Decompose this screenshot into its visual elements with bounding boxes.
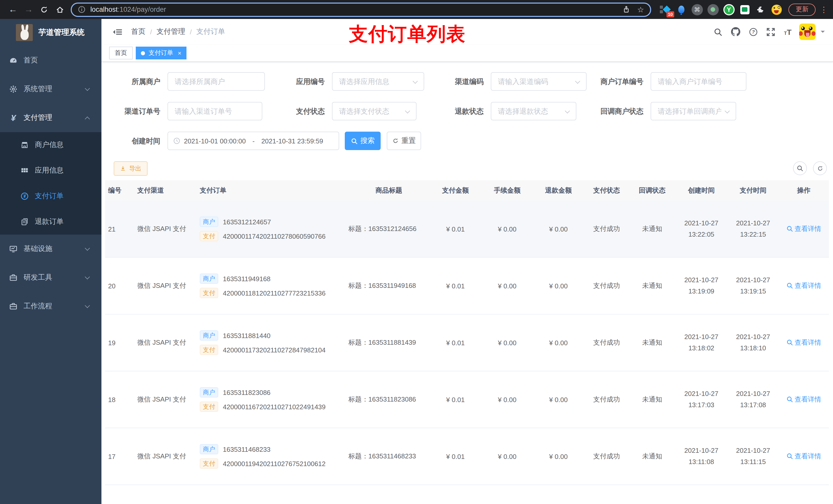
address-bar[interactable]: localhost :1024/pay/order ☆ [71,2,651,17]
toggle-search-icon[interactable] [793,161,807,175]
reset-button[interactable]: 重置 [387,131,421,150]
sidebar-item-label: 基础设施 [24,244,52,254]
breadcrumb-pay-manage[interactable]: 支付管理 [157,27,185,37]
extension-recorder-icon[interactable] [705,2,721,17]
tab-home[interactable]: 首页 [109,47,133,59]
browser-update-button[interactable]: 更新 [788,3,815,16]
sidebar-item-6[interactable]: 退款订单 [0,209,101,235]
filter-input-1-0[interactable] [168,72,265,91]
create-time-label: 创建时间 [114,131,160,150]
extensions-puzzle-icon[interactable] [753,2,768,17]
sidebar: 芋道管理系统 首页 系统管理¥ 支付管理 商户信息 应用信息¥ 支付订单 退款订… [0,19,101,504]
header-search-icon[interactable] [714,27,722,36]
bookmark-star-icon[interactable]: ☆ [637,5,644,14]
share-icon[interactable] [622,6,630,13]
cell-action: 查看详情 [779,452,829,461]
user-avatar[interactable] [799,24,815,40]
font-size-icon[interactable]: TT [784,28,791,35]
toolbar-right [793,161,827,175]
extension-chat-icon[interactable] [737,2,753,17]
sidebar-item-1[interactable]: 系统管理 [0,75,101,103]
filter-select-1-2[interactable] [491,72,587,91]
filter-field-input[interactable] [491,102,576,120]
filter-select-2-3[interactable] [651,102,736,120]
filter-field-input[interactable] [168,73,264,90]
hamburger-icon[interactable] [113,27,122,37]
view-detail-link[interactable]: 查看详情 [786,224,821,234]
sidebar-item-5[interactable]: ¥ 支付订单 [0,183,101,209]
cell-order: 商户1635311468233支付42000011942021102767521… [194,440,344,473]
cell-paid: 2021-10-2713:11:15 [728,445,779,467]
pay-order-no: 4200001173202110272847982104 [223,346,326,354]
sidebar-item-7[interactable]: 基础设施 [0,235,101,263]
filter-input-1-3[interactable] [651,72,746,91]
breadcrumb-home[interactable]: 首页 [131,27,145,37]
table-header: 编号支付渠道支付订单商品标题支付金额手续金额退款金额支付状态回调状态创建时间支付… [105,180,829,201]
extension-tabs-icon[interactable]: 10 [657,2,673,17]
cell-amount: ¥ 0.01 [429,282,481,290]
cell-id: 19 [105,339,132,346]
filter-field-input[interactable] [651,102,736,120]
sidebar-item-0[interactable]: 首页 [0,46,101,75]
site-info-icon[interactable] [78,6,86,13]
filter-select-2-1[interactable] [332,102,416,120]
browser-forward-icon[interactable]: → [21,2,37,17]
export-button[interactable]: 导出 [114,161,147,176]
range-start-value: 2021-10-01 00:00:00 [184,137,246,145]
extension-command-icon[interactable]: ⌘ [689,2,705,17]
user-menu-caret-icon[interactable] [821,31,825,35]
merchant-order-no: 1635311823086 [223,388,270,396]
sidebar-item-4[interactable]: 应用信息 [0,158,101,183]
github-icon[interactable] [731,27,740,37]
sidebar-item-9[interactable]: 工作流程 [0,292,101,321]
filter-select-1-1[interactable] [332,72,424,91]
sidebar-item-2[interactable]: ¥ 支付管理 [0,103,101,132]
screen: ← → localhost :1024/pay/order ☆ 10 ⌘ Y [0,0,833,504]
extension-y-icon[interactable]: Y [721,2,737,17]
fullscreen-icon[interactable] [767,27,776,36]
extension-emoji-icon[interactable] [768,2,784,17]
sidebar-item-label: 应用信息 [35,166,64,175]
filter-field-input[interactable] [651,73,746,90]
chevron-down-icon [85,86,90,91]
filter-field-input[interactable] [491,73,586,90]
refresh-table-icon[interactable] [813,161,827,175]
cell-order: 商户1635311949168支付42000011812021102777232… [194,269,344,302]
merchant-order-no: 1635311468233 [223,446,270,453]
extension-balloon-icon[interactable] [673,2,689,17]
view-detail-link[interactable]: 查看详情 [786,338,821,347]
cell-created: 2021-10-2713:17:03 [675,388,728,411]
sidebar-item-8[interactable]: 研发工具 [0,263,101,292]
filter-label-1-0: 所属商户 [114,72,160,91]
cell-fee: ¥ 0.00 [481,282,533,290]
pay-order-no: 4200001181202110277723215336 [223,289,326,297]
cell-channel: 微信 JSAPI 支付 [132,338,194,347]
filter-field-input[interactable] [332,102,416,120]
breadcrumb-separator: / [190,28,192,35]
help-icon[interactable]: ? [749,27,758,36]
tab-pay-order[interactable]: 支付订单 × [136,47,187,59]
filter-select-2-2[interactable] [491,102,576,120]
filter-field-input[interactable] [332,73,424,90]
browser-menu-icon[interactable]: ⋮ [820,5,828,14]
search-button[interactable]: 搜索 [345,131,381,150]
create-time-range-input[interactable]: 2021-10-01 00:00:00 - 2021-10-31 23:59:5… [168,131,339,150]
clock-icon [173,137,180,144]
filter-input-2-0[interactable] [168,102,262,120]
browser-reload-icon[interactable] [37,2,52,17]
browser-home-icon[interactable] [52,2,68,17]
view-detail-link[interactable]: 查看详情 [786,281,821,290]
browser-back-icon[interactable]: ← [5,2,21,17]
cell-refund: ¥ 0.00 [533,225,584,233]
table-body: 21微信 JSAPI 支付商户1635312124657支付4200001174… [105,201,829,504]
filter-field-input[interactable] [168,102,262,120]
cell-amount: ¥ 0.01 [429,339,481,346]
pay-tag: 支付 [200,231,218,241]
view-detail-link[interactable]: 查看详情 [786,452,821,461]
tab-close-icon[interactable]: × [178,49,181,56]
sidebar-item-3[interactable]: 商户信息 [0,132,101,158]
merchant-order-line: 商户1635312124657 [200,217,344,227]
filter-label-1-2: 渠道编码 [437,72,484,91]
column-header-6: 退款金额 [533,186,584,195]
view-detail-link[interactable]: 查看详情 [786,395,821,404]
